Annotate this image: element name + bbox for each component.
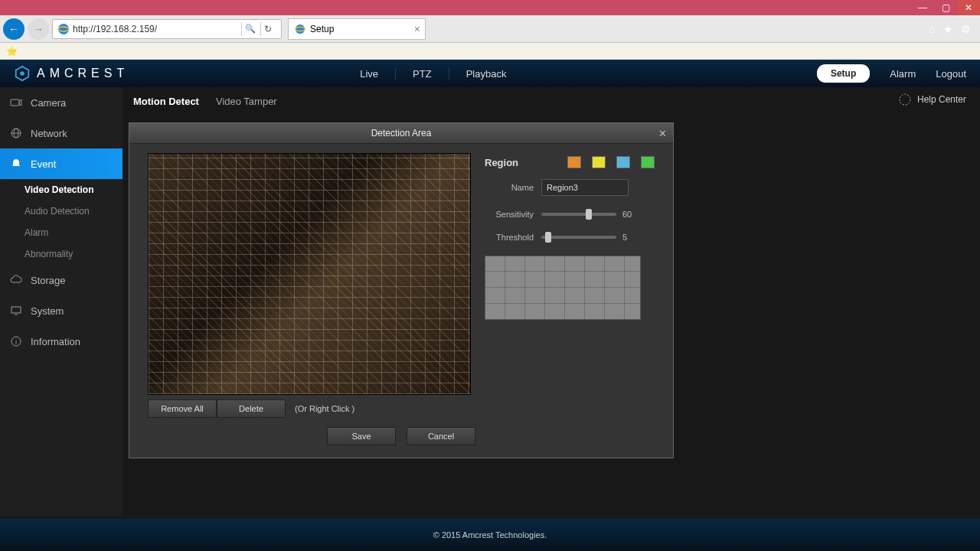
tab-title: Setup: [310, 24, 334, 34]
sub-tab-bar: Motion Detect Video Tamper: [122, 87, 980, 115]
detection-grid[interactable]: [148, 153, 471, 395]
svg-text:i: i: [15, 338, 17, 346]
activity-chart: [485, 256, 641, 320]
star-icon[interactable]: ⭐: [6, 46, 18, 57]
svg-marker-7: [19, 99, 21, 106]
nav-logout[interactable]: Logout: [936, 68, 966, 80]
svg-point-15: [900, 94, 910, 105]
sensitivity-label: Sensitivity: [485, 210, 541, 219]
browser-tab[interactable]: Setup ×: [288, 18, 426, 40]
monitor-icon: [9, 304, 23, 318]
close-button[interactable]: ✕: [957, 0, 980, 15]
logo: AMCREST: [14, 65, 129, 82]
page-footer: © 2015 Amcrest Technologies.: [0, 519, 980, 551]
sidebar-item-system[interactable]: System: [0, 295, 122, 326]
dialog-titlebar: Detection Area ✕: [129, 123, 673, 143]
nav-live[interactable]: Live: [343, 68, 396, 80]
nav-setup[interactable]: Setup: [817, 64, 870, 83]
region-color-1[interactable]: [567, 156, 581, 168]
cancel-button[interactable]: Cancel: [407, 427, 475, 445]
window-titlebar: — ▢ ✕: [0, 0, 980, 15]
main-layout: Camera Network Event Video Detection Aud…: [0, 87, 980, 516]
favorites-icon[interactable]: ★: [943, 23, 953, 35]
tab-motion-detect[interactable]: Motion Detect: [133, 96, 199, 107]
remove-all-button[interactable]: Remove All: [148, 399, 217, 418]
sidebar-item-storage[interactable]: Storage: [0, 265, 122, 295]
region-color-3[interactable]: [616, 156, 630, 168]
logo-icon: [14, 65, 31, 82]
svg-point-0: [58, 24, 69, 34]
browser-toolbar: ← → 🔍 ↻ Setup × ⌂ ★ ⚙: [0, 15, 980, 43]
help-icon: [899, 93, 911, 106]
sensitivity-slider[interactable]: [541, 213, 616, 216]
minimize-button[interactable]: —: [911, 0, 934, 15]
camera-icon: [9, 96, 23, 109]
slider-thumb[interactable]: [586, 209, 592, 220]
content-area: Motion Detect Video Tamper Help Center D…: [122, 87, 980, 516]
region-color-2[interactable]: [592, 156, 606, 168]
sidebar-sub-alarm[interactable]: Alarm: [0, 222, 122, 243]
region-label: Region: [485, 157, 518, 168]
tab-video-tamper[interactable]: Video Tamper: [216, 96, 277, 107]
favorites-bar: ⭐: [0, 43, 980, 60]
sidebar-sub-abnormality[interactable]: Abnormality: [0, 243, 122, 265]
nav-alarm[interactable]: Alarm: [890, 68, 916, 80]
dialog-title: Detection Area: [371, 128, 432, 139]
nav-playback[interactable]: Playback: [449, 68, 524, 80]
region-panel: Region Name Sensitivity: [485, 153, 655, 418]
tab-close-icon[interactable]: ×: [414, 23, 420, 35]
right-click-hint: (Or Right Click ): [286, 399, 364, 418]
ie-icon: [57, 23, 70, 35]
svg-rect-6: [11, 99, 19, 106]
threshold-value: 5: [622, 233, 638, 242]
name-label: Name: [485, 183, 541, 192]
grid-overlay: [149, 154, 470, 394]
delete-button[interactable]: Delete: [217, 399, 286, 418]
info-icon: i: [9, 334, 23, 348]
ie-icon: [295, 24, 305, 34]
sidebar-item-camera[interactable]: Camera: [0, 87, 122, 118]
sidebar-item-information[interactable]: i Information: [0, 326, 122, 357]
cloud-icon: [9, 273, 23, 287]
nav-ptz[interactable]: PTZ: [396, 68, 449, 80]
maximize-button[interactable]: ▢: [934, 0, 957, 15]
dialog-close-icon[interactable]: ✕: [658, 128, 667, 139]
sidebar: Camera Network Event Video Detection Aud…: [0, 87, 122, 516]
refresh-icon[interactable]: ↻: [264, 24, 276, 34]
bell-icon: [9, 157, 23, 171]
threshold-label: Threshold: [485, 233, 541, 242]
forward-button[interactable]: →: [28, 18, 49, 40]
region-name-input[interactable]: [541, 179, 629, 196]
copyright: © 2015 Amcrest Technologies.: [433, 530, 547, 540]
help-center-button[interactable]: Help Center: [899, 93, 966, 106]
detection-area-dialog: Detection Area ✕ Remove All Delete (Or R…: [129, 122, 674, 458]
sidebar-item-event[interactable]: Event: [0, 148, 122, 179]
sidebar-item-network[interactable]: Network: [0, 118, 122, 148]
sensitivity-value: 60: [622, 210, 638, 219]
slider-thumb[interactable]: [545, 232, 551, 243]
svg-point-2: [296, 24, 305, 33]
sidebar-sub-video-detection[interactable]: Video Detection: [0, 179, 122, 201]
back-button[interactable]: ←: [3, 18, 24, 40]
globe-icon: [9, 126, 23, 140]
threshold-slider[interactable]: [541, 236, 616, 239]
svg-point-5: [20, 71, 24, 76]
brand-text: AMCREST: [37, 67, 129, 80]
app-header: AMCREST Live PTZ Playback Setup Alarm Lo…: [0, 60, 980, 87]
url-input[interactable]: [73, 24, 238, 34]
search-icon[interactable]: 🔍: [245, 24, 257, 34]
address-bar[interactable]: 🔍 ↻: [52, 19, 282, 39]
region-color-4[interactable]: [641, 156, 655, 168]
home-icon[interactable]: ⌂: [929, 23, 936, 35]
save-button[interactable]: Save: [327, 427, 396, 445]
tools-icon[interactable]: ⚙: [961, 23, 971, 35]
svg-rect-11: [11, 307, 21, 313]
sidebar-sub-audio-detection[interactable]: Audio Detection: [0, 201, 122, 222]
